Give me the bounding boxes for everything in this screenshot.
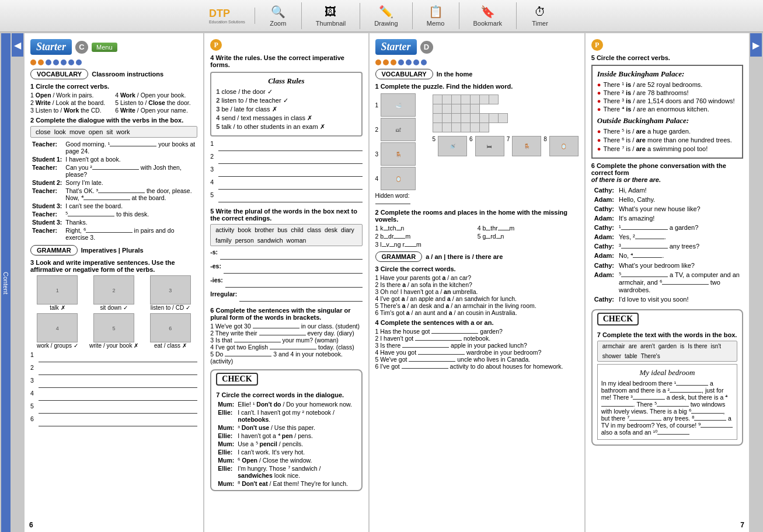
fill-2[interactable] [39,366,197,375]
nav-right-button[interactable]: ▶ [750,33,762,57]
phone-text-adam5: ⁵ a TV, a computer and an armchair, and … [617,271,742,294]
content-sidebar[interactable]: Content [1,33,11,532]
dot4 [53,60,59,65]
check-ellie3: Ellie: I can't work. It's very hot. [216,448,356,456]
menu-button[interactable]: Menu [92,43,117,52]
word-open: open [89,128,103,135]
phone-speaker-adam1: Adam: [593,195,616,204]
speaker-teacher3: Teacher: [30,187,64,202]
q6-item-4: 4 I've got two English today. (class) [210,344,362,351]
zoom-icon: 🔍 [271,5,285,19]
dot7 [76,60,82,65]
word-work: work [116,128,130,135]
check-text-ellie1: I can't. I haven't got my ² notebook / n… [236,408,356,424]
puzzle-img-2: 2 🛋 [375,118,428,141]
phone-cathy6: Cathy: I'd love to visit you soon! [593,295,742,303]
drawing-label: Drawing [374,20,398,27]
q3-d-items: 1 Have your parents got a / an car? 2 Is… [375,274,579,316]
vocabulary-label-d: VOCABULARY [375,69,433,79]
bedroom-title: My ideal bedroom [601,368,733,377]
zoom-button[interactable]: 🔍 Zoom [255,2,302,29]
word-look: look [54,128,66,135]
check-mum3: Mum: Use a ⁵ pencil / pencils. [216,440,356,448]
fill-3[interactable] [39,379,197,388]
q6-items: 1 We've got 30 in our class. (student) 2… [210,323,362,365]
phone-text-adam4: No, ⁴. [617,251,742,260]
phone-speaker-adam4: Adam: [593,251,616,260]
q4-d-4: 4 Have you got wardrobe in your bedroom? [375,349,579,356]
dialogue-teacher2: Can you ² with Josh then, please? [64,163,197,178]
q5-title: 5 Write the plural of the words in the b… [210,208,362,222]
q3-d-title: 3 Circle the correct words. [375,265,579,272]
img-caption-4: work / groups ✓ [30,342,85,349]
drawing-button[interactable]: ✏️ Drawing [360,2,412,29]
phone-adam5: Adam: ⁵ a TV, a computer and an armchair… [593,271,742,294]
grammar-header-left: GRAMMAR Imperatives | Plurals [30,245,197,256]
q1-d-title: 1 Complete the puzzle. Find the hidden w… [375,83,579,90]
nav-left-button[interactable]: ◀ [12,33,23,57]
q1-item-6: 6 Write / Open your name. [115,107,197,114]
bookmark-button[interactable]: 🔖 Bookmark [459,2,517,29]
starter-d-header: Starter D [375,39,579,55]
check-speaker-ellie2: Ellie: [216,432,236,440]
check-title-right: CHECK [597,313,639,326]
puzzle-row-4 [433,123,507,132]
thumbnail-button[interactable]: 🖼 Thumbnail [302,3,360,29]
timer-button[interactable]: ⏱ Timer [517,3,563,29]
page-num-left: 6 [29,521,33,529]
dot5 [61,60,67,65]
puzzle-img-3: 3 🪑 [375,142,428,166]
dialogue-row-teacher3: Teacher: That's OK. ³ the door, please. … [30,187,197,202]
dot-r2 [383,60,389,65]
dialogue-row-s2: Student 2: Sorry I'm late. [30,178,197,187]
logo-text: DTP [209,8,230,19]
fill-4[interactable] [39,391,197,401]
q4-fill-3[interactable] [218,167,362,177]
p-badge-right: P [591,39,603,51]
q2-d-2b: 5 grdn [478,233,579,240]
q4-fill-2[interactable] [218,155,362,164]
check-text-ellie2: I haven't got a ⁴ pen / pens. [236,432,356,440]
vocab-header-d: VOCABULARY In the home [375,69,579,79]
fill-6[interactable] [39,417,197,426]
word-sit: sit [106,128,113,135]
phone-adam4: Adam: No, ⁴. [593,251,742,260]
puzzle-img-4: 4 🪞 [375,167,428,190]
check-speaker-mum4: Mum: [216,456,236,464]
phone-text-cathy4: ³ any trees? [617,242,742,250]
q4-fill-4[interactable] [218,180,362,190]
puzzle-area: 1 🛁 2 🛋 3 🪑 4 🪞 Hidden word: [375,92,579,205]
plural-ies[interactable] [225,278,363,288]
plural-s[interactable] [220,250,362,260]
q6-item-1: 1 We've got 30 in our class. (student) [210,323,362,330]
dot-r4 [398,60,404,65]
q2-title-left: 2 Complete the dialogue with the verbs i… [30,117,197,124]
puzzle-row-1 [433,95,507,104]
main-content: Content ◀ Starter C Menu VOCABULARY Clas… [0,32,763,532]
q3-d-2: 2 Is there a / an sofa in the kitchen? [375,281,579,288]
q1-items-left: 1 Open / Work in pairs. 4 Work / Open yo… [30,92,197,114]
dialogue-teacher1: Good morning. ¹ your books at page 24. [64,140,197,155]
drawing-icon: ✏️ [379,5,393,19]
plural-es[interactable] [224,264,363,274]
q3-d-4: 4 I've got a / an apple and a / an sandw… [375,295,579,302]
puzzle-img-1: 1 🛁 [375,93,428,117]
phone-cathy4: Cathy: ³ any trees? [593,242,742,250]
q4-fill-1[interactable] [218,142,362,151]
puzzle-row-2 [433,104,507,114]
plural-irreg[interactable] [239,292,362,302]
fill-5[interactable] [39,404,197,414]
vocabulary-title-left: Classroom instructions [92,71,163,78]
dialogue-row-teacher4: Teacher: ⁵ to this desk. [30,210,197,218]
memo-icon: 📋 [428,5,443,19]
plural-endings: -s: -es: -ies: Irregular: [210,249,362,303]
fill-1[interactable] [39,353,197,362]
q4-fill-5[interactable] [218,193,362,202]
speaker-teacher2: Teacher: [30,163,64,178]
dialogue-s3a: I can't see the board. [64,202,197,210]
memo-button[interactable]: 📋 Memo [413,2,459,29]
q3-d-3: 3 Oh no! I haven't got a / an umbrella. [375,288,579,295]
fill-lines-q3: 1 2 3 4 5 6 [30,351,197,428]
speaker-teacher5: Teacher: [30,226,64,242]
dialogue-s2: Sorry I'm late. [64,178,197,187]
